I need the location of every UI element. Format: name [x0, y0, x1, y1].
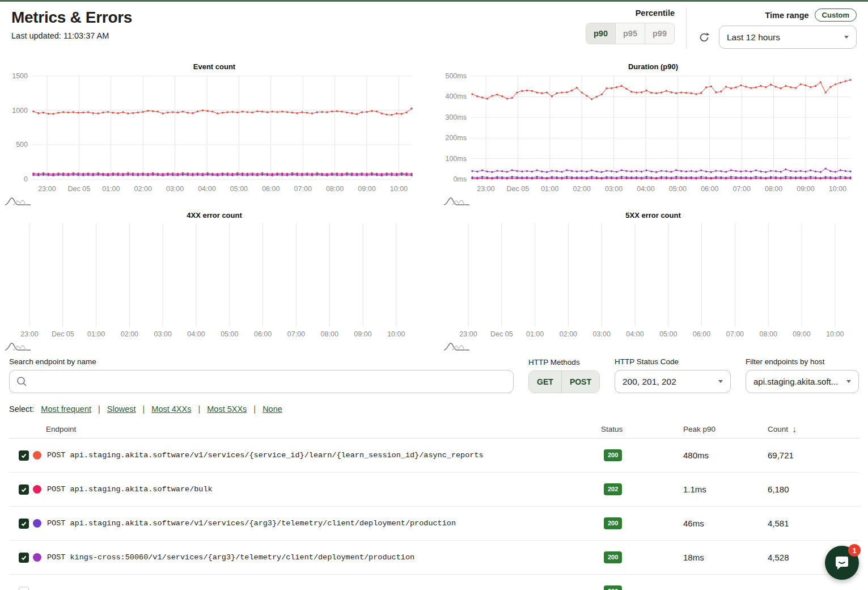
status-badge: 200: [604, 449, 622, 461]
select-link-none[interactable]: None: [262, 404, 282, 414]
x-axis-tick-label: 10:00: [387, 330, 405, 338]
separator: |: [143, 404, 145, 414]
akita-logo-icon: [5, 342, 32, 351]
x-axis-tick-label: 04:00: [626, 330, 643, 338]
table-row[interactable]: POST kings-cross:50060/v1/services/{arg3…: [9, 541, 859, 575]
chart-title: Duration (p90): [448, 62, 858, 73]
chat-launcher-button[interactable]: 1: [825, 546, 859, 580]
http-method-post-button[interactable]: POST: [561, 371, 599, 393]
x-axis-tick-label: 05:00: [230, 185, 248, 193]
4xx-error-chart[interactable]: [9, 221, 420, 329]
x-axis-labels: 23:00Dec 0501:0002:0003:0004:0005:0006:0…: [448, 185, 858, 194]
percentile-toggle-group: p90p95p99: [586, 23, 675, 44]
x-axis-tick-label: 03:00: [166, 185, 184, 193]
search-icon: [16, 376, 27, 387]
x-axis-tick-label: 04:00: [198, 185, 215, 193]
akita-logo-icon: [5, 196, 32, 206]
column-header-count: Count ↓: [758, 424, 859, 435]
x-axis-tick-label: 10:00: [829, 185, 846, 193]
table-row[interactable]: 200: [9, 575, 859, 590]
search-input[interactable]: [9, 370, 514, 393]
svg-text:300ms: 300ms: [445, 113, 467, 121]
chart-title: Event count: [9, 62, 420, 73]
event-count-chart[interactable]: 050010001500: [9, 73, 420, 184]
peak-p90-value: 18ms: [673, 553, 758, 562]
table-header: Endpoint Status Peak p90 Count ↓: [9, 420, 859, 439]
x-axis-tick-label: 04:00: [187, 330, 205, 338]
row-checkbox[interactable]: [19, 587, 29, 590]
x-axis-tick-label: Dec 05: [68, 185, 91, 193]
table-row[interactable]: POST api.staging.akita.software/v1/servi…: [9, 507, 859, 541]
status-badge: 200: [604, 585, 622, 590]
separator: |: [198, 404, 200, 414]
status-code-select[interactable]: 200, 201, 202: [615, 370, 731, 393]
x-axis-labels: 23:00Dec 0501:0002:0003:0004:0005:0006:0…: [448, 330, 858, 339]
endpoint-path: POST kings-cross:50060/v1/services/{arg3…: [47, 553, 414, 562]
custom-range-badge[interactable]: Custom: [815, 9, 857, 22]
charts-grid: Event count 050010001500 23:00Dec 0501:0…: [9, 62, 868, 339]
count-value: 69,721: [758, 450, 859, 460]
chart-title: 5XX error count: [448, 211, 858, 221]
refresh-icon: [698, 31, 710, 44]
x-axis-tick-label: 23:00: [38, 185, 56, 193]
5xx-error-chart[interactable]: [448, 221, 858, 329]
chart-panel-4xx: 4XX error count 23:00Dec 0501:0002:0003:…: [9, 211, 420, 339]
x-axis-tick-label: 08:00: [321, 330, 338, 338]
header-divider: [686, 9, 687, 49]
x-axis-tick-label: 06:00: [701, 185, 718, 193]
x-axis-tick-label: 01:00: [526, 330, 544, 338]
peak-p90-value: 480ms: [673, 450, 758, 460]
duration-p90-chart[interactable]: 0ms100ms200ms300ms400ms500ms: [448, 73, 858, 184]
chevron-down-icon: [718, 380, 723, 383]
select-link-slowest[interactable]: Slowest: [107, 404, 136, 414]
endpoint-path: POST api.staging.akita.software/v1/servi…: [47, 451, 484, 460]
refresh-button[interactable]: [698, 31, 710, 44]
chat-unread-badge: 1: [848, 544, 861, 557]
row-checkbox[interactable]: [19, 519, 29, 529]
count-value: 4,581: [758, 519, 859, 528]
x-axis-tick-label: 09:00: [354, 330, 371, 338]
status-badge: 200: [604, 517, 622, 529]
chat-bubble-icon: [833, 554, 850, 571]
svg-text:1000: 1000: [12, 107, 28, 115]
host-filter-select[interactable]: api.staging.akita.soft...: [746, 370, 859, 393]
row-checkbox[interactable]: [19, 484, 29, 495]
http-method-get-button[interactable]: GET: [529, 371, 561, 393]
x-axis-tick-label: 09:00: [793, 330, 810, 338]
svg-text:100ms: 100ms: [445, 155, 467, 163]
x-axis-tick-label: 02:00: [134, 185, 152, 193]
sort-descending-icon[interactable]: ↓: [792, 424, 797, 435]
svg-text:0: 0: [24, 175, 28, 183]
table-row[interactable]: POST api.staging.akita.software/v1/servi…: [9, 439, 859, 473]
row-checkbox[interactable]: [19, 450, 29, 461]
percentile-p95-button[interactable]: p95: [615, 23, 645, 44]
svg-text:1500: 1500: [12, 72, 28, 80]
x-axis-tick-label: Dec 05: [52, 330, 74, 338]
percentile-p99-button[interactable]: p99: [645, 23, 674, 44]
series-color-dot: [33, 553, 41, 562]
x-axis-tick-label: 05:00: [669, 185, 687, 193]
endpoints-table: Endpoint Status Peak p90 Count ↓ POST ap…: [9, 420, 859, 590]
endpoint-path: POST api.staging.akita.software/v1/servi…: [47, 519, 456, 528]
percentile-label: Percentile: [636, 9, 675, 18]
x-axis-tick-label: 01:00: [102, 185, 120, 193]
status-badge: 202: [604, 483, 622, 495]
status-badge: 200: [604, 551, 622, 563]
x-axis-tick-label: 09:00: [358, 185, 375, 193]
select-link-most-5xxs[interactable]: Most 5XXs: [207, 404, 247, 414]
percentile-p90-button[interactable]: p90: [586, 23, 615, 44]
select-link-most-4xxs[interactable]: Most 4XXs: [151, 404, 191, 414]
x-axis-tick-label: 23:00: [20, 330, 38, 338]
table-row[interactable]: POST api.staging.akita.software/bulk2021…: [9, 473, 859, 507]
chevron-down-icon: [846, 380, 851, 383]
x-axis-tick-label: 05:00: [221, 330, 238, 338]
x-axis-tick-label: 07:00: [733, 185, 751, 193]
series-color-dot: [33, 519, 41, 528]
time-range-select[interactable]: Last 12 hours: [719, 26, 857, 49]
svg-text:500: 500: [16, 141, 28, 149]
select-link-most-frequent[interactable]: Most frequent: [41, 404, 91, 414]
x-axis-tick-label: 09:00: [797, 185, 814, 193]
time-range-value: Last 12 hours: [727, 32, 780, 43]
row-checkbox[interactable]: [19, 553, 29, 563]
x-axis-tick-label: 03:00: [593, 330, 611, 338]
